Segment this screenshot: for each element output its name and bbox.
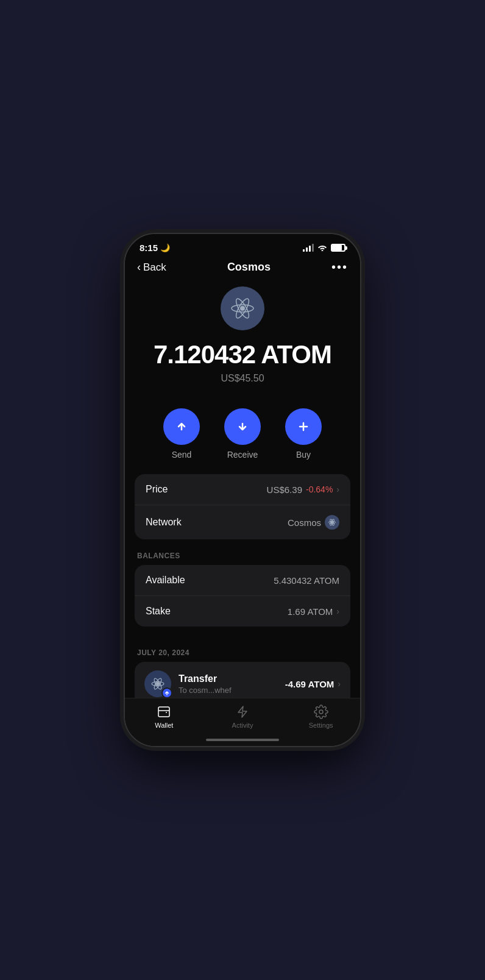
buy-circle: [285, 408, 322, 445]
signal-bar-2: [306, 247, 308, 252]
tx-badge-send: [161, 687, 172, 698]
receive-circle: [224, 408, 261, 445]
price-amount: US$6.39: [267, 485, 302, 495]
signal-bars: [303, 244, 314, 252]
buy-button[interactable]: Buy: [285, 408, 322, 460]
price-chevron-icon: ›: [336, 485, 339, 494]
receive-button[interactable]: Receive: [224, 408, 261, 460]
phone-notch: [203, 234, 282, 255]
moon-icon: 🌙: [160, 243, 170, 252]
wifi-icon: [317, 243, 327, 253]
network-row[interactable]: Network Cosmos: [135, 505, 350, 539]
available-label: Available: [146, 575, 185, 586]
scroll-content: 7.120432 ATOM US$45.50 Send: [125, 280, 360, 713]
price-row[interactable]: Price US$6.39 -0.64% ›: [135, 474, 350, 505]
tx-date-1: JULY 20, 2024: [135, 639, 350, 662]
tx-left-1: Transfer To cosm...whef: [144, 670, 232, 697]
network-name: Cosmos: [288, 517, 321, 528]
network-icon: [325, 515, 339, 530]
status-time: 8:15: [140, 243, 158, 253]
battery-icon: [331, 244, 345, 252]
nav-title: Cosmos: [227, 261, 271, 274]
stake-label: Stake: [146, 606, 171, 617]
tab-activity-label: Activity: [232, 722, 253, 729]
tab-wallet-label: Wallet: [155, 722, 173, 729]
tx-amount-1: -4.69 ATOM: [285, 679, 335, 689]
available-row: Available 5.430432 ATOM: [135, 565, 350, 595]
coin-amount: 7.120432 ATOM: [154, 340, 331, 369]
stake-chevron-icon: ›: [336, 606, 339, 616]
stake-row[interactable]: Stake 1.69 ATOM ›: [135, 595, 350, 627]
tab-activity[interactable]: Activity: [218, 705, 267, 729]
network-label: Network: [146, 517, 182, 528]
nav-header: ‹ Back Cosmos •••: [125, 257, 360, 280]
signal-bar-3: [309, 246, 311, 252]
back-chevron-icon: ‹: [137, 261, 141, 274]
available-value: 5.430432 ATOM: [274, 575, 339, 586]
more-button[interactable]: •••: [331, 260, 348, 274]
signal-bar-1: [303, 249, 305, 252]
tx-right-1: -4.69 ATOM ›: [285, 679, 341, 689]
home-indicator: [206, 739, 279, 741]
send-label: Send: [172, 450, 192, 460]
tx-icon-wrap-1: [144, 670, 171, 697]
svg-point-0: [240, 306, 245, 311]
send-circle: [163, 408, 200, 445]
coin-usd: US$45.50: [221, 373, 264, 384]
tx-sub-1: To cosm...whef: [179, 686, 232, 695]
tab-settings[interactable]: Settings: [297, 705, 345, 729]
stake-amount: 1.69 ATOM: [288, 606, 333, 617]
buy-label: Buy: [296, 450, 311, 460]
svg-point-8: [156, 682, 160, 686]
back-button[interactable]: ‹ Back: [137, 261, 166, 274]
balances-card: Available 5.430432 ATOM Stake 1.69 ATOM …: [135, 565, 350, 627]
coin-icon: [221, 286, 264, 330]
balances-section-label: BALANCES: [135, 552, 350, 565]
price-network-card: Price US$6.39 -0.64% › Network Cosmos: [135, 474, 350, 539]
action-buttons: Send Receive Buy: [135, 396, 350, 474]
network-value: Cosmos: [288, 515, 339, 530]
signal-bar-4: [312, 244, 314, 252]
available-amount: 5.430432 ATOM: [274, 575, 339, 586]
coin-header: 7.120432 ATOM US$45.50: [135, 280, 350, 396]
tx-chevron-1-icon: ›: [338, 679, 341, 689]
stake-value: 1.69 ATOM ›: [288, 606, 339, 617]
price-change: -0.64%: [306, 485, 333, 494]
phone-screen: 8:15 🌙: [125, 234, 360, 746]
back-label: Back: [143, 261, 166, 274]
tx-title-1: Transfer: [179, 673, 232, 684]
tx-info-1: Transfer To cosm...whef: [179, 673, 232, 695]
tab-settings-label: Settings: [309, 722, 333, 729]
receive-label: Receive: [227, 450, 258, 460]
send-button[interactable]: Send: [163, 408, 200, 460]
tab-wallet[interactable]: Wallet: [140, 705, 188, 729]
phone-frame: 8:15 🌙: [124, 233, 361, 747]
price-label: Price: [146, 484, 168, 495]
price-value: US$6.39 -0.64% ›: [267, 485, 339, 495]
status-icons: [303, 243, 345, 253]
